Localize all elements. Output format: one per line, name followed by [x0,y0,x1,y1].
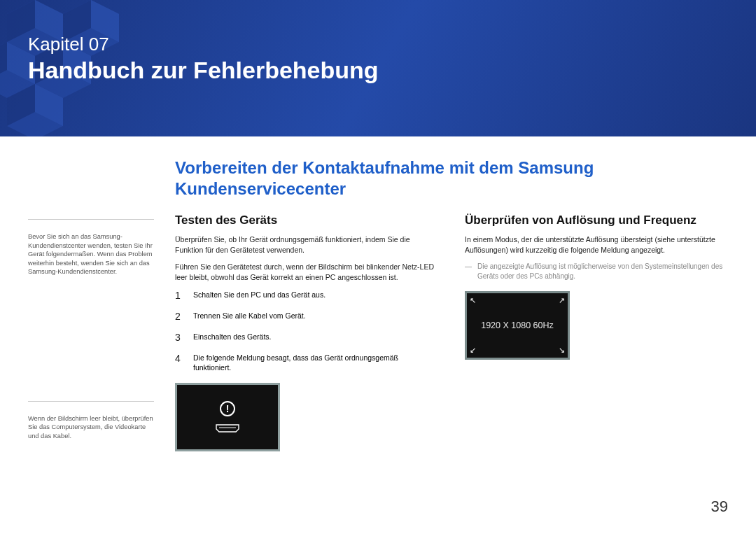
arrow-top-left-icon: ↖ [470,296,476,305]
dash-icon: ― [465,262,473,281]
self-test-display: ! [175,383,280,451]
step-number: 4 [175,353,185,364]
step-number: 1 [175,290,185,301]
sidebar-note-2: Wenn der Bildschirm leer bleibt, überprü… [28,414,154,441]
chapter-title: Handbuch zur Fehlerbehebung [28,57,728,84]
step-number: 2 [175,311,185,322]
section-title: Vorbereiten der Kontaktaufnahme mit dem … [175,157,728,199]
column-test-device: Testen des Geräts Überprüfen Sie, ob Ihr… [175,213,438,451]
para-resolution: In einem Modus, der die unterstützte Auf… [465,234,728,255]
exclamation-icon: ! [220,401,235,416]
chapter-banner: Kapitel 07 Handbuch zur Fehlerbehebung [0,0,756,136]
heading-test-device: Testen des Geräts [175,213,438,227]
footnote-resolution: ― Die angezeigte Auflösung ist möglicher… [465,262,728,281]
step-2: 2 Trennen Sie alle Kabel vom Gerät. [175,311,438,322]
main-column: Vorbereiten der Kontaktaufnahme mit dem … [175,157,728,451]
step-number: 3 [175,332,185,343]
sidebar-notes: Bevor Sie sich an das Samsung-Kundendien… [28,157,154,451]
resolution-display: ↖ ↗ ↙ ↘ 1920 X 1080 60Hz [465,291,570,360]
column-resolution: Überprüfen von Auflösung und Frequenz In… [465,213,728,451]
sidebar-note-1: Bevor Sie sich an das Samsung-Kundendien… [28,232,154,276]
arrow-top-right-icon: ↗ [559,296,565,305]
step-4: 4 Die folgende Meldung besagt, dass das … [175,353,438,373]
hdmi-port-icon [215,423,240,433]
arrow-bottom-left-icon: ↙ [470,346,476,355]
para-test-1: Überprüfen Sie, ob Ihr Gerät ordnungsgem… [175,234,438,255]
page-content: Bevor Sie sich an das Samsung-Kundendien… [0,136,756,451]
step-1: 1 Schalten Sie den PC und das Gerät aus. [175,290,438,301]
resolution-text: 1920 X 1080 60Hz [481,321,554,330]
page-number: 39 [711,498,728,516]
step-3: 3 Einschalten des Geräts. [175,332,438,343]
heading-resolution: Überprüfen von Auflösung und Frequenz [465,213,728,227]
chapter-label: Kapitel 07 [28,34,728,55]
step-list: 1 Schalten Sie den PC und das Gerät aus.… [175,290,438,373]
arrow-bottom-right-icon: ↘ [559,346,565,355]
para-test-2: Führen Sie den Gerätetest durch, wenn de… [175,262,438,282]
